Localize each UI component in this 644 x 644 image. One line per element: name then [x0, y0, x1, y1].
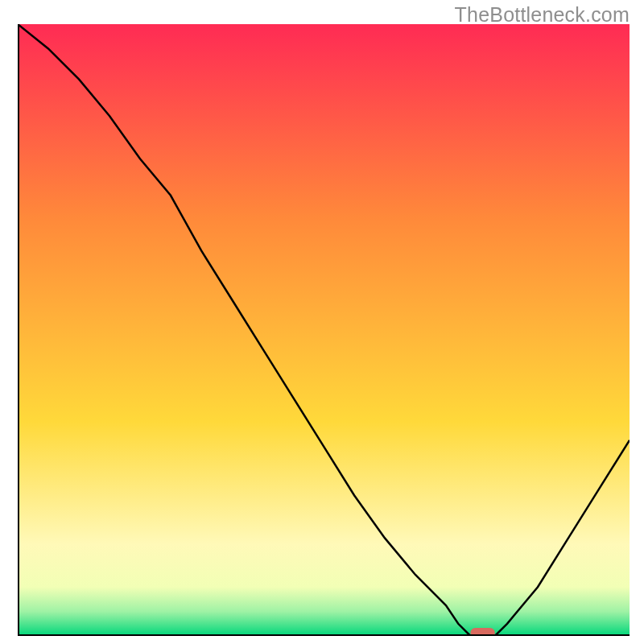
- chart-svg: [18, 24, 630, 636]
- plot-area: [18, 24, 630, 636]
- chart-frame: TheBottleneck.com: [0, 0, 644, 644]
- watermark-text: TheBottleneck.com: [455, 3, 630, 27]
